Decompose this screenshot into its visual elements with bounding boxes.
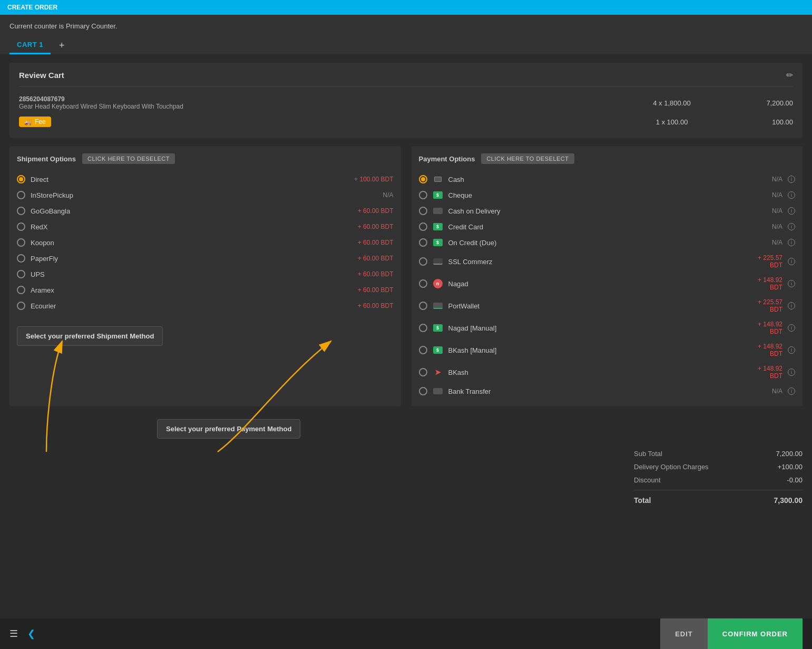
info-icon-portwallet[interactable]: i <box>788 302 795 309</box>
payment-option-cash[interactable]: Cash N/A i <box>419 171 796 187</box>
top-bar-title: CREATE ORDER <box>7 4 57 11</box>
payment-option-nagad[interactable]: n Nagad + 148.92BDT i <box>419 273 796 295</box>
radio-portwallet <box>419 302 427 310</box>
payment-option-creditcard[interactable]: $ Credit Card N/A i <box>419 219 796 235</box>
edit-button[interactable]: EDIT <box>660 618 708 649</box>
bkash-icon: ➤ <box>435 368 441 376</box>
info-icon-cod[interactable]: i <box>788 207 795 215</box>
shipment-option-paperfly[interactable]: PaperFly + 60.00 BDT <box>17 250 394 266</box>
cart-item-qty: 4 x 1,800.00 <box>624 99 719 107</box>
payment-option-cheque[interactable]: $ Cheque N/A i <box>419 187 796 203</box>
nagad-manual-icon: $ <box>433 324 443 332</box>
payment-option-bkash-manual[interactable]: $ BKash [Manual] + 148.92BDT i <box>419 339 796 361</box>
radio-nagad-manual <box>419 324 427 332</box>
counter-text: Current counter is Primary Counter. <box>9 22 803 30</box>
info-icon-cash[interactable]: i <box>788 176 795 183</box>
radio-bkash-manual <box>419 346 427 354</box>
info-icon-bkash[interactable]: i <box>788 369 795 376</box>
shipment-label-paperfly: PaperFly <box>31 255 353 263</box>
info-icon-creditcard[interactable]: i <box>788 223 795 230</box>
shipment-option-gogobangla[interactable]: GoGoBangla + 60.00 BDT <box>17 203 394 219</box>
bottom-left: ☰ ❮ <box>9 628 35 640</box>
shipment-option-direct[interactable]: Direct + 100.00 BDT <box>17 171 394 187</box>
radio-creditcard <box>419 222 427 231</box>
payment-label-sslcommerz: SSL Commerz <box>448 258 752 266</box>
discount-value: -0.00 <box>787 476 803 484</box>
confirm-order-button[interactable]: CONFIRM ORDER <box>708 618 803 649</box>
shipment-price-aramex: + 60.00 BDT <box>358 286 394 294</box>
shipment-option-koopon[interactable]: Koopon + 60.00 BDT <box>17 235 394 250</box>
nagad-icon: n <box>433 279 443 288</box>
info-icon-nagad[interactable]: i <box>788 280 795 287</box>
payment-price-cod: N/A <box>772 207 782 215</box>
tab-add[interactable]: + <box>55 38 69 53</box>
shipment-option-ecourier[interactable]: Ecourier + 60.00 BDT <box>17 298 394 314</box>
payment-option-sslcommerz[interactable]: SSL Commerz + 225.57BDT i <box>419 250 796 273</box>
payment-price-sslcommerz: + 225.57BDT <box>758 254 782 269</box>
payment-title: Payment Options <box>419 155 475 163</box>
cart-item-keyboard: 2856204087679 Gear Head Keyboard Wired S… <box>19 92 793 113</box>
payment-option-oncredit[interactable]: $ On Credit (Due) N/A i <box>419 235 796 250</box>
hamburger-icon[interactable]: ☰ <box>9 628 18 640</box>
shipment-option-instorepickup[interactable]: InStorePickup N/A <box>17 187 394 203</box>
shipment-price-koopon: + 60.00 BDT <box>358 239 394 246</box>
payment-option-bkash[interactable]: ➤ BKash + 148.92BDT i <box>419 361 796 383</box>
tabs-container: CART 1 + <box>9 36 803 54</box>
payment-option-banktransfer[interactable]: Bank Transfer N/A i <box>419 383 796 399</box>
info-icon-oncredit[interactable]: i <box>788 239 795 246</box>
payment-label-nagad: Nagad <box>448 280 752 288</box>
payment-option-cod[interactable]: Cash on Delivery N/A i <box>419 203 796 219</box>
payment-label-cheque: Cheque <box>448 191 767 199</box>
info-icon-sslcommerz[interactable]: i <box>788 258 795 265</box>
payment-label-portwallet: PortWallet <box>448 302 752 310</box>
banktransfer-icon <box>433 388 443 394</box>
shipment-panel: Shipment Options CLICK HERE TO DESELECT … <box>9 146 401 406</box>
radio-koopon <box>17 238 25 247</box>
info-icon-banktransfer[interactable]: i <box>788 388 795 395</box>
shipment-price-direct: + 100.00 BDT <box>354 176 393 183</box>
payment-option-nagad-manual[interactable]: $ Nagad [Manual] + 148.92BDT i <box>419 317 796 339</box>
fee-badge: 🚚 Fee <box>19 117 51 127</box>
summary-section: Sub Total 7,200.00 Delivery Option Charg… <box>9 447 803 507</box>
shipment-deselect-btn[interactable]: CLICK HERE TO DESELECT <box>82 153 175 164</box>
shipment-option-ups[interactable]: UPS + 60.00 BDT <box>17 266 394 282</box>
radio-oncredit <box>419 238 427 247</box>
portwallet-icon <box>433 303 443 309</box>
edit-icon[interactable]: ✏ <box>786 70 793 80</box>
radio-bkash <box>419 368 427 376</box>
shipment-price-gogobangla: + 60.00 BDT <box>358 207 394 215</box>
radio-paperfly <box>17 254 25 263</box>
cod-icon <box>433 208 443 214</box>
payment-deselect-btn[interactable]: CLICK HERE TO DESELECT <box>481 153 574 164</box>
sslcommerz-icon <box>433 258 443 265</box>
payment-price-cash: N/A <box>772 176 782 183</box>
shipment-label-gogobangla: GoGoBangla <box>31 207 353 215</box>
shipment-option-aramex[interactable]: Aramex + 60.00 BDT <box>17 282 394 298</box>
shipment-option-redx[interactable]: RedX + 60.00 BDT <box>17 219 394 235</box>
radio-direct <box>17 175 25 183</box>
creditcard-icon: $ <box>433 223 443 230</box>
payment-price-bkash-manual: + 148.92BDT <box>758 343 782 357</box>
summary-table: Sub Total 7,200.00 Delivery Option Charg… <box>634 447 803 507</box>
payment-label-bkash-manual: BKash [Manual] <box>448 346 752 354</box>
shipment-label-koopon: Koopon <box>31 239 353 247</box>
info-icon-bkash-manual[interactable]: i <box>788 346 795 354</box>
cheque-icon: $ <box>433 191 443 199</box>
summary-total: Total 7,300.00 <box>634 493 803 507</box>
back-icon[interactable]: ❮ <box>27 628 35 640</box>
payment-price-oncredit: N/A <box>772 239 782 246</box>
bottom-bar: ☰ ❮ EDIT CONFIRM ORDER <box>0 618 812 649</box>
discount-label: Discount <box>634 476 661 484</box>
tab-cart1[interactable]: CART 1 <box>9 36 51 54</box>
payment-price-nagad-manual: + 148.92BDT <box>758 321 782 335</box>
info-icon-cheque[interactable]: i <box>788 191 795 199</box>
payment-label-oncredit: On Credit (Due) <box>448 239 767 247</box>
payment-price-nagad: + 148.92BDT <box>758 276 782 291</box>
payment-option-portwallet[interactable]: PortWallet + 225.57BDT i <box>419 295 796 317</box>
payment-label-banktransfer: Bank Transfer <box>448 388 767 395</box>
payment-label-cod: Cash on Delivery <box>448 207 767 215</box>
info-icon-nagad-manual[interactable]: i <box>788 324 795 332</box>
radio-banktransfer <box>419 387 427 395</box>
summary-subtotal: Sub Total 7,200.00 <box>634 447 803 460</box>
shipment-label-ecourier: Ecourier <box>31 302 353 310</box>
